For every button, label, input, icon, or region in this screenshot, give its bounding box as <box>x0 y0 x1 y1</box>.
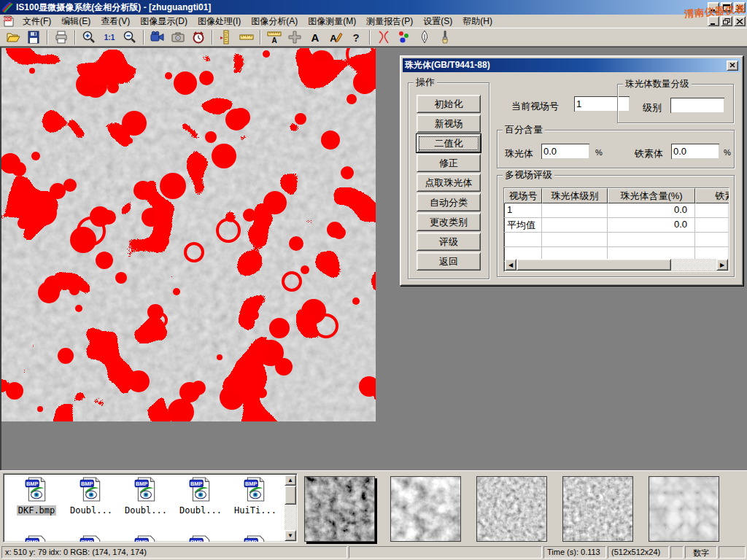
table-horizontal-scrollbar[interactable]: ◀ ▶ <box>505 259 728 271</box>
mdi-close-button[interactable] <box>734 16 746 26</box>
table-row[interactable]: 1 0.0 <box>504 203 729 218</box>
bmp-file-icon: BMP <box>243 535 268 542</box>
photo-capture-button[interactable] <box>168 28 188 46</box>
correct-button[interactable]: 修正 <box>417 154 481 172</box>
caliper-button[interactable] <box>216 28 236 46</box>
pearlite-percent-input[interactable] <box>541 144 589 159</box>
text-icon: A <box>308 30 322 44</box>
grade-level-input[interactable] <box>670 98 724 113</box>
ferrite-percent-input[interactable] <box>671 144 719 159</box>
col-pearlite-content[interactable]: 珠光体含量(%) <box>608 188 695 203</box>
menu-measure-report[interactable]: 测量报告(P) <box>361 15 418 28</box>
menu-image-analysis[interactable]: 图像分析(A) <box>246 15 303 28</box>
col-pearlite-grade[interactable]: 珠光体级别 <box>542 188 608 203</box>
classify-balls-icon <box>397 30 411 44</box>
help-icon: ? <box>349 30 363 44</box>
scroll-down-button[interactable]: ▼ <box>285 530 296 541</box>
actual-size-button[interactable]: 1:1 <box>99 28 120 46</box>
text-button[interactable]: A <box>305 28 325 46</box>
svg-text:BMP: BMP <box>136 481 148 487</box>
menu-image-processing[interactable]: 图像处理(I) <box>193 15 246 28</box>
title-bar: IS100显微摄像系统(金相分析版) - [zhuguangti01] <box>0 0 747 15</box>
menu-image-display[interactable]: 图像显示(D) <box>135 15 193 28</box>
scroll-left-button[interactable]: ◀ <box>505 259 516 271</box>
menu-help[interactable]: 帮助(H) <box>457 15 498 28</box>
scroll-right-button[interactable]: ▶ <box>716 259 728 271</box>
scroll-thumb[interactable] <box>516 259 671 271</box>
col-field-number[interactable]: 视场号 <box>504 188 542 203</box>
file-item[interactable]: BMP Doubl... <box>119 477 173 516</box>
binarize-button[interactable]: 二值化 <box>417 134 481 152</box>
file-list-scrollbar[interactable]: ▲ ▼ <box>285 475 296 541</box>
change-class-button[interactable]: 更改类别 <box>417 213 481 231</box>
grade-button[interactable]: 评级 <box>417 233 481 251</box>
return-button[interactable]: 返回 <box>417 252 481 271</box>
scroll-thumb[interactable] <box>285 486 296 505</box>
pen-tool-button[interactable] <box>414 28 435 46</box>
timer-button[interactable] <box>188 28 209 46</box>
file-item[interactable]: BMP HuiTi... <box>228 477 282 516</box>
measure-text-icon: A <box>267 30 282 44</box>
init-button[interactable]: 初始化 <box>417 95 481 113</box>
file-item-partial[interactable]: BMP <box>9 535 63 542</box>
grid-button[interactable] <box>285 28 305 46</box>
menu-edit[interactable]: 编辑(E) <box>56 15 96 28</box>
pearlite-unit: % <box>595 148 603 157</box>
col-ferrite-content[interactable]: 铁素体含量(%) <box>695 188 729 203</box>
status-bar: x: 510 y: 79 idx: 0 RGB: (174, 174, 174)… <box>0 545 747 560</box>
brush-icon <box>438 30 452 44</box>
file-item-partial[interactable]: BMP <box>228 535 282 542</box>
classify-button[interactable] <box>394 28 414 46</box>
file-item-partial[interactable]: BMP <box>119 535 173 542</box>
menu-image-measure[interactable]: 图像测量(M) <box>303 15 361 28</box>
dialog-title-bar[interactable]: 珠光体(GB/T9441-88) <box>403 58 740 72</box>
thumbnail-2[interactable] <box>390 476 461 542</box>
pick-pearlite-button[interactable]: 点取珠光体 <box>417 174 481 192</box>
save-button[interactable] <box>23 28 44 46</box>
menu-view[interactable]: 查看(V) <box>96 15 135 28</box>
svg-text:BMP: BMP <box>245 539 258 542</box>
bmp-file-icon: BMP <box>24 477 49 502</box>
brush-tool-button[interactable] <box>435 28 455 46</box>
file-item-partial[interactable]: BMP <box>174 535 228 542</box>
open-button[interactable] <box>3 28 23 46</box>
bmp-file-icon: BMP <box>243 477 268 502</box>
video-capture-button[interactable] <box>147 28 168 46</box>
thumbnail-1[interactable] <box>304 476 375 542</box>
zoom-in-button[interactable] <box>79 28 99 46</box>
grading-group-label: 珠光体数量分级 <box>623 79 692 89</box>
file-item-partial[interactable]: BMP <box>64 535 118 542</box>
thumbnail-4[interactable] <box>562 476 633 542</box>
cell-field: 1 <box>504 203 542 218</box>
bmp-file-icon: BMP <box>188 535 213 542</box>
svg-text:1:1: 1:1 <box>104 34 115 42</box>
scroll-track[interactable] <box>671 259 716 271</box>
measure-text-button[interactable]: A <box>264 28 285 46</box>
menu-file[interactable]: 文件(F) <box>18 15 56 28</box>
print-button[interactable] <box>51 28 71 46</box>
status-time: Time (s): 0.113 <box>543 546 606 559</box>
dialog-close-button[interactable] <box>727 61 738 71</box>
svg-text:?: ? <box>352 31 359 44</box>
zoom-out-button[interactable] <box>120 28 140 46</box>
percent-group-label: 百分含量 <box>503 125 545 135</box>
annotate-button[interactable]: A <box>325 28 346 46</box>
file-item[interactable]: BMP Doubl... <box>64 477 118 516</box>
help-button[interactable]: ? <box>346 28 366 46</box>
file-browser: BMP DKF.bmp BMP Doubl... <box>3 473 298 542</box>
micrograph-binarized-image[interactable] <box>1 48 376 421</box>
table-row[interactable]: 平均值 0.0 <box>504 218 729 233</box>
menu-settings[interactable]: 设置(S) <box>418 15 457 28</box>
thumbnail-3[interactable] <box>476 476 547 542</box>
new-field-button[interactable]: 新视场 <box>417 114 481 133</box>
scroll-up-button[interactable]: ▲ <box>285 475 296 486</box>
ferrite-unit: % <box>724 148 731 157</box>
thumbnail-5[interactable] <box>649 476 719 542</box>
file-item[interactable]: BMP Doubl... <box>174 477 228 516</box>
toolbar-separator <box>369 30 371 44</box>
document-icon[interactable]: DOC <box>3 15 15 27</box>
auto-classify-button[interactable]: 自动分类 <box>417 193 481 211</box>
curve-tool-button[interactable] <box>374 28 394 46</box>
ruler-button[interactable] <box>236 28 257 46</box>
file-item[interactable]: BMP DKF.bmp <box>9 477 63 516</box>
